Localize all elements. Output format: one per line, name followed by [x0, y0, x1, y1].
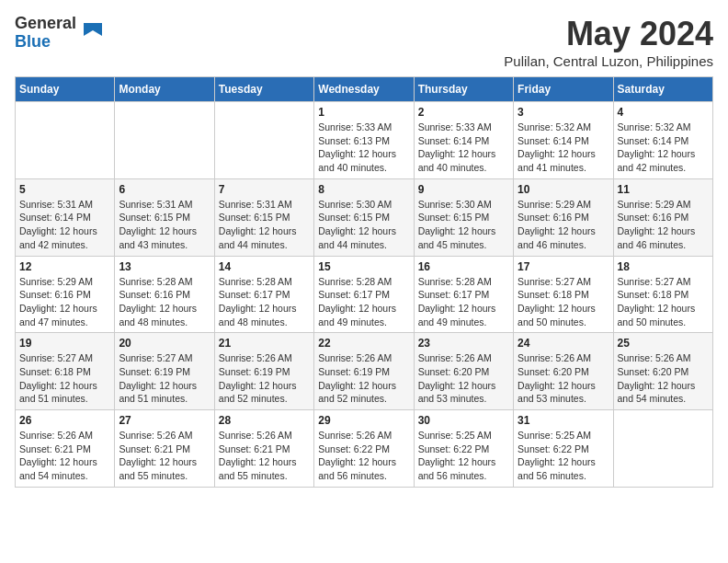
day-info: Sunrise: 5:26 AMSunset: 6:21 PMDaylight:…: [119, 429, 210, 483]
col-header-saturday: Saturday: [613, 77, 712, 102]
day-info: Sunrise: 5:26 AMSunset: 6:22 PMDaylight:…: [318, 429, 409, 483]
day-cell: 31Sunrise: 5:25 AMSunset: 6:22 PMDayligh…: [514, 410, 613, 488]
col-header-monday: Monday: [115, 77, 214, 102]
page-header: General Blue May 2024 Pulilan, Central L…: [15, 15, 713, 69]
day-number: 13: [119, 260, 210, 273]
day-number: 28: [219, 414, 310, 427]
day-number: 11: [618, 183, 709, 196]
day-cell: 16Sunrise: 5:28 AMSunset: 6:17 PMDayligh…: [414, 256, 513, 333]
day-cell: [115, 102, 214, 179]
day-info: Sunrise: 5:26 AMSunset: 6:21 PMDaylight:…: [219, 429, 310, 483]
day-cell: 27Sunrise: 5:26 AMSunset: 6:21 PMDayligh…: [115, 410, 214, 488]
day-cell: 3Sunrise: 5:32 AMSunset: 6:14 PMDaylight…: [514, 102, 613, 179]
day-cell: 10Sunrise: 5:29 AMSunset: 6:16 PMDayligh…: [514, 178, 613, 256]
day-info: Sunrise: 5:33 AMSunset: 6:13 PMDaylight:…: [318, 121, 409, 175]
week-row-5: 26Sunrise: 5:26 AMSunset: 6:21 PMDayligh…: [16, 410, 713, 488]
day-number: 5: [19, 183, 110, 196]
col-header-thursday: Thursday: [414, 77, 513, 102]
day-cell: 30Sunrise: 5:25 AMSunset: 6:22 PMDayligh…: [414, 410, 513, 488]
day-info: Sunrise: 5:27 AMSunset: 6:18 PMDaylight:…: [19, 351, 110, 406]
day-number: 1: [318, 106, 409, 119]
day-number: 6: [119, 183, 210, 196]
day-info: Sunrise: 5:28 AMSunset: 6:17 PMDaylight:…: [318, 275, 409, 329]
day-info: Sunrise: 5:31 AMSunset: 6:15 PMDaylight:…: [119, 198, 210, 252]
logo-icon: [79, 16, 107, 43]
day-cell: 7Sunrise: 5:31 AMSunset: 6:15 PMDaylight…: [214, 178, 313, 256]
day-number: 30: [418, 414, 509, 427]
day-cell: 1Sunrise: 5:33 AMSunset: 6:13 PMDaylight…: [314, 102, 414, 179]
day-info: Sunrise: 5:29 AMSunset: 6:16 PMDaylight:…: [518, 198, 609, 252]
day-cell: 12Sunrise: 5:29 AMSunset: 6:16 PMDayligh…: [16, 256, 115, 333]
day-cell: 23Sunrise: 5:26 AMSunset: 6:20 PMDayligh…: [414, 333, 513, 410]
day-info: Sunrise: 5:27 AMSunset: 6:18 PMDaylight:…: [618, 275, 709, 329]
day-number: 15: [318, 260, 409, 273]
day-cell: 6Sunrise: 5:31 AMSunset: 6:15 PMDaylight…: [115, 178, 214, 256]
day-cell: 9Sunrise: 5:30 AMSunset: 6:15 PMDaylight…: [414, 178, 513, 256]
day-info: Sunrise: 5:31 AMSunset: 6:14 PMDaylight:…: [19, 198, 110, 252]
day-cell: 14Sunrise: 5:28 AMSunset: 6:17 PMDayligh…: [214, 256, 313, 333]
week-row-2: 5Sunrise: 5:31 AMSunset: 6:14 PMDaylight…: [16, 178, 713, 256]
day-cell: 13Sunrise: 5:28 AMSunset: 6:16 PMDayligh…: [115, 256, 214, 333]
day-info: Sunrise: 5:33 AMSunset: 6:14 PMDaylight:…: [418, 121, 509, 175]
day-number: 21: [219, 337, 310, 350]
day-cell: 19Sunrise: 5:27 AMSunset: 6:18 PMDayligh…: [16, 333, 115, 410]
title-section: May 2024 Pulilan, Central Luzon, Philipp…: [504, 15, 713, 69]
day-number: 20: [119, 337, 210, 350]
day-number: 4: [618, 106, 709, 119]
month-title: May 2024: [504, 15, 713, 53]
day-number: 17: [518, 260, 609, 273]
day-number: 16: [418, 260, 509, 273]
day-cell: 18Sunrise: 5:27 AMSunset: 6:18 PMDayligh…: [613, 256, 712, 333]
day-info: Sunrise: 5:32 AMSunset: 6:14 PMDaylight:…: [518, 121, 609, 175]
day-number: 19: [19, 337, 110, 350]
day-number: 10: [518, 183, 609, 196]
col-header-friday: Friday: [514, 77, 613, 102]
day-cell: 8Sunrise: 5:30 AMSunset: 6:15 PMDaylight…: [314, 178, 414, 256]
day-cell: 26Sunrise: 5:26 AMSunset: 6:21 PMDayligh…: [16, 410, 115, 488]
week-row-3: 12Sunrise: 5:29 AMSunset: 6:16 PMDayligh…: [16, 256, 713, 333]
day-info: Sunrise: 5:26 AMSunset: 6:21 PMDaylight:…: [19, 429, 110, 483]
day-cell: [613, 410, 712, 488]
day-info: Sunrise: 5:25 AMSunset: 6:22 PMDaylight:…: [518, 429, 609, 483]
day-number: 8: [318, 183, 409, 196]
day-info: Sunrise: 5:26 AMSunset: 6:20 PMDaylight:…: [418, 351, 509, 406]
logo-blue: Blue: [15, 33, 76, 52]
day-cell: 28Sunrise: 5:26 AMSunset: 6:21 PMDayligh…: [214, 410, 313, 488]
day-info: Sunrise: 5:26 AMSunset: 6:19 PMDaylight:…: [219, 351, 310, 406]
header-row: SundayMondayTuesdayWednesdayThursdayFrid…: [16, 77, 713, 102]
day-info: Sunrise: 5:27 AMSunset: 6:19 PMDaylight:…: [119, 351, 210, 406]
day-info: Sunrise: 5:32 AMSunset: 6:14 PMDaylight:…: [618, 121, 709, 175]
day-cell: 4Sunrise: 5:32 AMSunset: 6:14 PMDaylight…: [613, 102, 712, 179]
col-header-tuesday: Tuesday: [214, 77, 313, 102]
day-cell: [16, 102, 115, 179]
calendar-table: SundayMondayTuesdayWednesdayThursdayFrid…: [15, 76, 713, 488]
day-cell: 17Sunrise: 5:27 AMSunset: 6:18 PMDayligh…: [514, 256, 613, 333]
day-number: 3: [518, 106, 609, 119]
day-cell: 24Sunrise: 5:26 AMSunset: 6:20 PMDayligh…: [514, 333, 613, 410]
week-row-1: 1Sunrise: 5:33 AMSunset: 6:13 PMDaylight…: [16, 102, 713, 179]
day-cell: 5Sunrise: 5:31 AMSunset: 6:14 PMDaylight…: [16, 178, 115, 256]
day-cell: 2Sunrise: 5:33 AMSunset: 6:14 PMDaylight…: [414, 102, 513, 179]
col-header-sunday: Sunday: [16, 77, 115, 102]
day-number: 27: [119, 414, 210, 427]
col-header-wednesday: Wednesday: [314, 77, 414, 102]
day-cell: [214, 102, 313, 179]
day-number: 31: [518, 414, 609, 427]
day-info: Sunrise: 5:26 AMSunset: 6:19 PMDaylight:…: [318, 351, 409, 406]
day-cell: 22Sunrise: 5:26 AMSunset: 6:19 PMDayligh…: [314, 333, 414, 410]
location: Pulilan, Central Luzon, Philippines: [504, 53, 713, 69]
day-number: 24: [518, 337, 609, 350]
day-number: 7: [219, 183, 310, 196]
day-cell: 11Sunrise: 5:29 AMSunset: 6:16 PMDayligh…: [613, 178, 712, 256]
day-info: Sunrise: 5:29 AMSunset: 6:16 PMDaylight:…: [618, 198, 709, 252]
day-number: 2: [418, 106, 509, 119]
day-info: Sunrise: 5:30 AMSunset: 6:15 PMDaylight:…: [318, 198, 409, 252]
week-row-4: 19Sunrise: 5:27 AMSunset: 6:18 PMDayligh…: [16, 333, 713, 410]
day-number: 29: [318, 414, 409, 427]
day-cell: 25Sunrise: 5:26 AMSunset: 6:20 PMDayligh…: [613, 333, 712, 410]
day-cell: 15Sunrise: 5:28 AMSunset: 6:17 PMDayligh…: [314, 256, 414, 333]
logo: General Blue: [15, 15, 107, 52]
day-info: Sunrise: 5:30 AMSunset: 6:15 PMDaylight:…: [418, 198, 509, 252]
day-info: Sunrise: 5:28 AMSunset: 6:17 PMDaylight:…: [219, 275, 310, 329]
day-number: 26: [19, 414, 110, 427]
